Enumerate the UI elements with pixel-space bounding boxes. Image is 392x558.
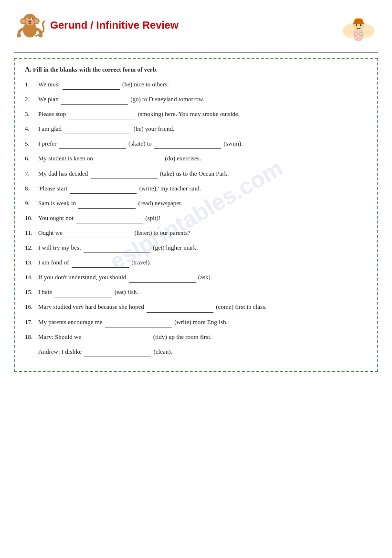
question-row: 6.My student is keen on (do) exercises. — [25, 153, 367, 164]
answer-blank — [63, 83, 120, 90]
answer-blank — [61, 98, 128, 105]
svg-point-23 — [356, 24, 358, 26]
svg-point-3 — [21, 19, 25, 23]
question-row: 7.My dad has decided (take) us to the Oc… — [25, 168, 367, 179]
answer-blank — [84, 350, 151, 357]
answer-blank — [68, 113, 135, 119]
question-text: I am glad (be) your friend. — [38, 124, 367, 134]
question-number: 12. — [25, 243, 38, 253]
question-number: 1. — [25, 80, 38, 90]
question-row: 9.Sam is weak in (read) newspaper. — [25, 198, 367, 209]
question-row: 8.'Please start (write),' my teacher sai… — [25, 183, 367, 194]
question-row: 1.We must (be) nice to others. — [25, 79, 367, 90]
question-text: Mary studied very hard because she hoped… — [38, 302, 367, 312]
svg-point-10 — [32, 18, 33, 19]
question-number: 3. — [25, 109, 38, 119]
fairy-icon — [339, 10, 378, 48]
question-text: My parents encourage me (write) more Eng… — [38, 317, 367, 327]
question-row: Andrew: I dislike (clean). — [25, 347, 367, 357]
answer-blank — [70, 187, 137, 194]
monkey-icon — [14, 10, 45, 41]
question-number: 2. — [25, 95, 38, 105]
question-text: Mary: Should we (tidy) up the room first… — [38, 332, 367, 342]
question-row: 5.I prefer (skate) to (swim). — [25, 138, 367, 149]
question-text: Andrew: I dislike (clean). — [38, 347, 367, 357]
answer-blank — [84, 246, 150, 253]
answer-blank — [64, 127, 131, 134]
question-row: 15.I hate (eat) fish. — [25, 287, 367, 297]
question-number: 6. — [25, 154, 38, 164]
question-text: We plan (go) to Disneyland tomorrow. — [38, 94, 367, 105]
header-left: Gerund / Infinitive Review — [14, 10, 179, 41]
question-number: 10. — [25, 213, 38, 223]
svg-point-9 — [27, 18, 28, 19]
question-number: 15. — [25, 287, 38, 297]
answer-blank — [95, 158, 162, 164]
question-text: I hate (eat) fish. — [38, 287, 367, 297]
question-number: 5. — [25, 139, 38, 149]
svg-point-5 — [34, 19, 38, 23]
svg-point-28 — [355, 33, 357, 35]
question-text: Sam is weak in (read) newspaper. — [38, 198, 367, 209]
answer-blank — [105, 321, 172, 327]
answer-blank — [84, 336, 151, 342]
exercise-box: eslprintables.com A. Fill in the blanks … — [14, 58, 378, 372]
section-label: A. Fill in the blanks with the correct f… — [25, 66, 367, 74]
question-number: 14. — [25, 273, 38, 283]
question-text: Please stop (smoking) here. You may smok… — [38, 109, 367, 119]
question-number: 18. — [25, 332, 38, 342]
question-text: We must (be) nice to others. — [38, 79, 367, 90]
answer-blank — [154, 142, 221, 149]
question-row: 18.Mary: Should we (tidy) up the room fi… — [25, 332, 367, 342]
question-number: 17. — [25, 317, 38, 327]
question-text: I will try my best (get) higher mark. — [38, 242, 367, 253]
svg-point-12 — [29, 21, 30, 22]
question-row: 16.Mary studied very hard because she ho… — [25, 302, 367, 312]
answer-blank — [129, 276, 196, 283]
answer-blank — [147, 306, 213, 313]
question-number: 7. — [25, 169, 38, 179]
question-row: 2.We plan (go) to Disneyland tomorrow. — [25, 94, 367, 105]
answer-blank — [78, 202, 136, 209]
question-number: 16. — [25, 302, 38, 312]
question-row: 14.If you don't understand, you should (… — [25, 272, 367, 283]
question-text: My student is keen on (do) exercises. — [38, 153, 367, 164]
question-row: 11.Ought we (listen) to our parents? — [25, 228, 367, 238]
answer-blank — [91, 172, 158, 179]
svg-point-13 — [30, 21, 31, 22]
question-number: 4. — [25, 124, 38, 134]
question-number: 11. — [25, 228, 38, 238]
question-number: 9. — [25, 199, 38, 209]
svg-point-14 — [17, 33, 21, 37]
question-row: 17.My parents encourage me (write) more … — [25, 317, 367, 327]
answer-blank — [72, 261, 129, 268]
question-text: You ought not (spit)! — [38, 213, 367, 223]
question-number: 13. — [25, 258, 38, 268]
page-title: Gerund / Infinitive Review — [50, 19, 179, 32]
answer-blank — [54, 291, 112, 297]
question-row: 12.I will try my best (get) higher mark. — [25, 242, 367, 253]
question-number: 8. — [25, 184, 38, 194]
question-text: If you don't understand, you should (ask… — [38, 272, 367, 283]
question-text: I prefer (skate) to (swim). — [38, 138, 367, 149]
question-text: I am fond of (travel). — [38, 257, 367, 268]
answer-blank — [59, 142, 126, 149]
svg-point-29 — [358, 35, 360, 37]
page-header: Gerund / Infinitive Review — [14, 10, 378, 48]
answer-blank — [76, 217, 143, 223]
question-row: 13.I am fond of (travel). — [25, 257, 367, 268]
question-text: My dad has decided (take) us to the Ocea… — [38, 168, 367, 179]
question-row: 4.I am glad (be) your friend. — [25, 124, 367, 134]
question-row: 3.Please stop (smoking) here. You may sm… — [25, 109, 367, 119]
header-divider — [14, 53, 378, 53]
question-text: 'Please start (write),' my teacher said. — [38, 183, 367, 194]
answer-blank — [65, 232, 132, 238]
question-row: 10.You ought not (spit)! — [25, 213, 367, 223]
svg-point-24 — [360, 24, 362, 26]
questions-container: 1.We must (be) nice to others.2.We plan … — [25, 79, 367, 357]
question-text: Ought we (listen) to our parents? — [38, 228, 367, 238]
svg-point-30 — [360, 33, 362, 35]
